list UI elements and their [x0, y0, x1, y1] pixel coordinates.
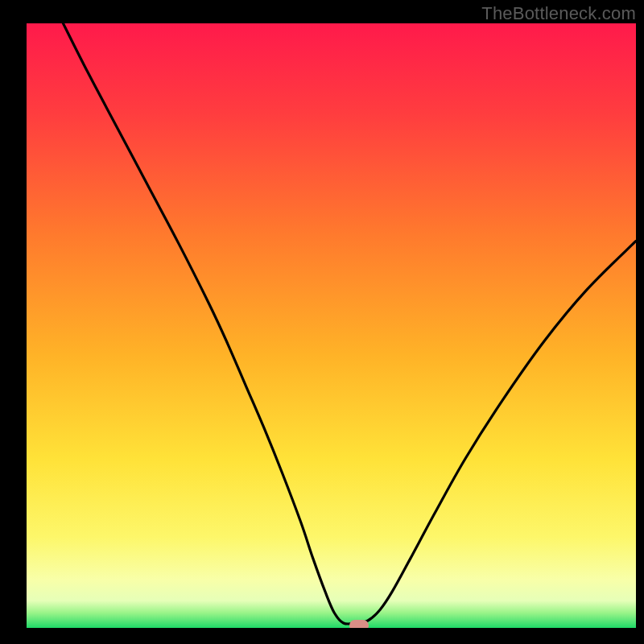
plot-area: [27, 23, 636, 628]
chart-frame: TheBottleneck.com: [0, 0, 644, 644]
attribution-text: TheBottleneck.com: [481, 3, 636, 24]
gradient-background: [27, 23, 636, 628]
optimal-point-marker: [349, 620, 369, 628]
plot-svg: [27, 23, 636, 628]
